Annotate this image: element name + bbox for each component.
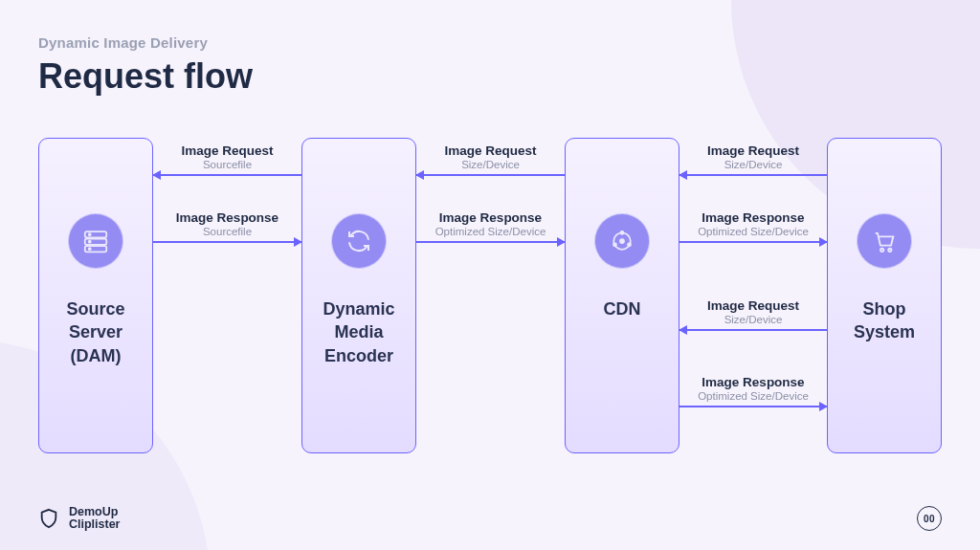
arrow-label-sub: Optimized Size/Device <box>679 390 827 402</box>
arrow-shop-to-cdn-request-1: Image Request Size/Device <box>679 174 827 176</box>
arrow-label-title: Image Response <box>679 375 827 389</box>
page-number: 00 <box>917 506 942 531</box>
arrow-label-title: Image Request <box>416 143 565 158</box>
node-cdn: CDN <box>565 138 679 453</box>
slide: Dynamic Image Delivery Request flow Sour… <box>0 0 980 550</box>
arrow-label-sub: Size/Device <box>679 314 827 325</box>
arrow-label-sub: Size/Device <box>416 159 565 170</box>
arrow-encoder-to-source-request: Image Request Sourcefile <box>153 174 301 176</box>
shield-icon <box>38 508 59 529</box>
arrow-label-sub: Sourcefile <box>153 226 301 237</box>
slide-title: Request flow <box>38 56 942 97</box>
arrow-cdn-to-encoder-request: Image Request Size/Device <box>416 174 565 176</box>
network-icon <box>594 213 650 269</box>
server-icon <box>68 213 123 269</box>
brand-line-2: Cliplister <box>69 518 121 531</box>
arrow-label-sub: Sourcefile <box>153 159 301 170</box>
arrow-shop-to-cdn-request-2: Image Request Size/Device <box>679 329 827 331</box>
node-encoder-label: Dynamic Media Encoder <box>302 297 415 385</box>
arrow-label-title: Image Response <box>679 210 827 225</box>
arrow-label-title: Image Response <box>153 210 301 225</box>
arrow-label-title: Image Request <box>679 143 827 158</box>
arrow-label-sub: Optimized Size/Device <box>679 226 827 237</box>
arrow-label-title: Image Request <box>679 298 827 313</box>
arrow-label-sub: Size/Device <box>679 159 827 170</box>
arrow-source-to-encoder-response: Image Response Sourcefile <box>153 241 301 243</box>
svg-point-5 <box>89 248 91 250</box>
diagram: Source Server (DAM) Dynamic Media Encode… <box>38 138 942 473</box>
arrow-cdn-to-shop-response-1: Image Response Optimized Size/Device <box>679 241 827 243</box>
node-source-server: Source Server (DAM) <box>38 138 153 453</box>
brand-logo: DemoUp Cliplister <box>38 506 121 531</box>
arrow-label-title: Image Request <box>153 143 301 158</box>
node-source-server-label: Source Server (DAM) <box>39 297 152 385</box>
svg-point-7 <box>620 239 624 243</box>
svg-point-11 <box>880 249 883 252</box>
node-shop: Shop System <box>827 138 942 453</box>
node-shop-label: Shop System <box>828 297 941 362</box>
slide-subtitle: Dynamic Image Delivery <box>38 34 942 51</box>
arrow-cdn-to-shop-response-2: Image Response Optimized Size/Device <box>679 406 827 407</box>
svg-point-4 <box>89 241 91 243</box>
svg-point-8 <box>621 231 624 234</box>
svg-point-12 <box>888 249 891 252</box>
node-encoder: Dynamic Media Encoder <box>301 138 416 453</box>
svg-point-3 <box>89 233 91 235</box>
cart-icon <box>857 213 912 269</box>
svg-point-10 <box>613 243 616 246</box>
svg-point-9 <box>628 243 631 246</box>
refresh-icon <box>331 213 387 269</box>
arrow-encoder-to-cdn-response: Image Response Optimized Size/Device <box>416 241 565 243</box>
node-cdn-label: CDN <box>566 297 679 338</box>
footer: DemoUp Cliplister 00 <box>38 504 942 533</box>
arrow-label-sub: Optimized Size/Device <box>416 226 565 237</box>
arrow-label-title: Image Response <box>416 210 565 225</box>
